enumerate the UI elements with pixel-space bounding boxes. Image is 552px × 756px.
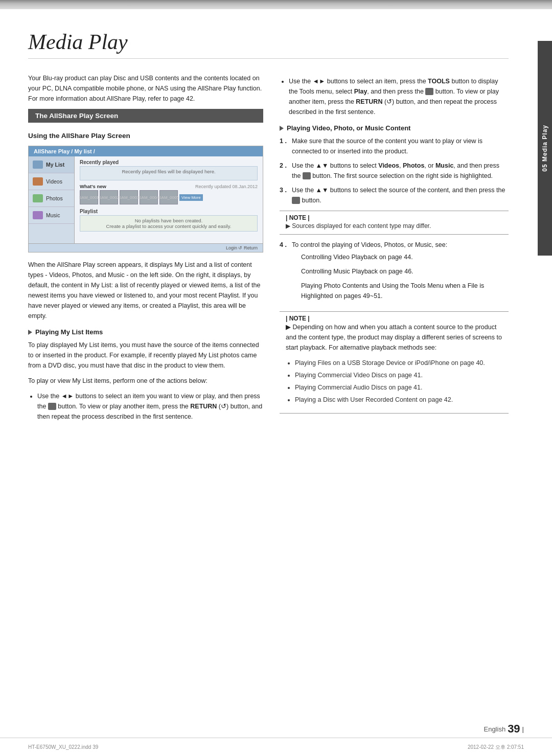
photos-icon xyxy=(33,194,43,202)
page-title: Media Play xyxy=(28,30,509,59)
footer-left: HT-E6750W_XU_0222.indd 39 xyxy=(28,744,98,750)
note1-content: ▶ Sources displayed for each content typ… xyxy=(286,221,502,231)
playing-my-list-bullets: Use the ◄► buttons to select an item you… xyxy=(37,391,263,422)
vpm-step-2: 2 . Use the ▲▼ buttons to select Videos,… xyxy=(280,161,509,181)
note2-label: | NOTE | xyxy=(286,315,310,322)
note2-bullets: Playing Files on a USB Storage Device or… xyxy=(295,358,502,405)
allshare-title-text: AllShare Play / My list / xyxy=(34,148,95,154)
footer-right: 2012-02-22 오후 2:07:51 xyxy=(468,744,524,751)
recently-played-label: Recently played xyxy=(80,159,258,165)
playlist-label: Playlist xyxy=(80,209,258,214)
vpm-steps-list: 1 . Make sure that the source of the con… xyxy=(280,136,509,205)
thumb-label-1: SAM_0001 xyxy=(79,195,99,200)
playing-vpm-heading: Playing Video, Photo, or Music Content xyxy=(280,124,509,132)
triangle-icon xyxy=(28,330,32,335)
page-container: 05 Media Play Media Play Your Blu-ray pr… xyxy=(0,0,552,756)
top-decorative-bar xyxy=(0,0,552,9)
step-num-1: 1 . xyxy=(280,136,289,156)
enter-button-icon-3 xyxy=(303,172,311,179)
step4-bullet-1: Controlling Video Playback on page 44. xyxy=(301,252,509,262)
allshare-body: My List Videos Photos xyxy=(29,156,263,243)
note2-arrow: ▶ xyxy=(286,324,292,331)
mylist-icon xyxy=(33,161,43,169)
recently-played-content: Recently played files will be displayed … xyxy=(80,166,258,180)
thumbnail-3: SAM_0003 xyxy=(120,190,138,204)
section-heading-text: The AllShare Play Screen xyxy=(35,112,118,120)
main-content: Media Play Your Blu-ray product can play… xyxy=(0,9,552,442)
whats-new-updated: Recently updated 08.Jan.2012 xyxy=(195,184,258,189)
note2-bullet-1: Playing Files on a USB Storage Device or… xyxy=(295,358,502,368)
playing-my-list-label: Playing My List Items xyxy=(35,328,103,336)
triangle-icon-2 xyxy=(280,126,284,131)
subsection-heading: Using the AllShare Play Screen xyxy=(28,132,263,140)
whats-new-header: What's new Recently updated 08.Jan.2012 xyxy=(80,184,258,189)
step-text-3: Use the ▲▼ buttons to select the source … xyxy=(292,185,509,205)
note2-bullet-4: Playing a Disc with User Recorded Conten… xyxy=(295,395,502,405)
note1-label: | NOTE | xyxy=(286,214,310,221)
side-tab-text: 05 Media Play xyxy=(541,125,548,172)
section-heading-box: The AllShare Play Screen xyxy=(28,109,263,123)
allshare-thumbnails: SAM_0001 SAM_0002 SAM_0003 SAM_0004 SAM_… xyxy=(80,190,258,204)
recently-played-section: Recently played Recently played files wi… xyxy=(80,159,258,180)
allshare-footer-text: Login ↺ Return xyxy=(226,245,258,250)
sidebar-mylist-label: My List xyxy=(46,162,64,168)
videos-icon xyxy=(33,177,43,186)
step4-list: 4 . To control the playing of Videos, Ph… xyxy=(280,240,509,306)
bottom-bar: HT-E6750W_XU_0222.indd 39 2012-02-22 오후 … xyxy=(0,738,552,756)
playlist-content: No playlists have been created. Create a… xyxy=(80,215,258,232)
sidebar-photos-label: Photos xyxy=(46,195,63,201)
playing-vpm-label: Playing Video, Photo, or Music Content xyxy=(287,124,410,132)
two-column-layout: Your Blu-ray product can play Disc and U… xyxy=(28,73,509,427)
step-num-2: 2 . xyxy=(280,161,289,181)
note2-bullet-2: Playing Commercial Video Discs on page 4… xyxy=(295,370,502,380)
enter-button-icon-1 xyxy=(48,403,56,410)
vpm-step-1: 1 . Make sure that the source of the con… xyxy=(280,136,509,156)
music-icon xyxy=(33,211,43,219)
whats-new-label: What's new xyxy=(80,184,106,189)
note1-text: Sources displayed for each content type … xyxy=(292,222,431,230)
vpm-step-3: 3 . Use the ▲▼ buttons to select the sou… xyxy=(280,185,509,205)
step4-bullet-3: Playing Photo Contents and Using the Too… xyxy=(301,281,509,301)
playing-my-list-heading: Playing My List Items xyxy=(28,328,263,336)
note1-arrow: ▶ xyxy=(286,222,292,230)
step4-bullet-2: Controlling Music Playback on page 46. xyxy=(301,266,509,277)
note-box-1: | NOTE | ▶ Sources displayed for each co… xyxy=(280,211,509,235)
note2-text: ▶ Depending on how and when you attach a… xyxy=(286,322,502,353)
page-number-word: English xyxy=(484,725,505,733)
allshare-screen: AllShare Play / My list / My List Videos xyxy=(28,146,263,253)
side-tab: 05 Media Play xyxy=(538,41,552,256)
sidebar-item-music: Music xyxy=(29,207,74,224)
allshare-main-panel: Recently played Recently played files wi… xyxy=(75,156,263,243)
thumbnail-5: SAM_0005 xyxy=(159,190,178,204)
thumbnail-1: SAM_0001 xyxy=(80,190,98,204)
thumb-label-5: SAM_0005 xyxy=(158,195,179,200)
screen-description: When the AllShare Play screen appears, i… xyxy=(28,260,263,321)
step-text-2: Use the ▲▼ buttons to select Videos, Pho… xyxy=(292,161,509,181)
my-list-bullet-1: Use the ◄► buttons to select an item you… xyxy=(37,391,263,422)
page-number-pipe: | xyxy=(522,725,524,733)
note-box-2: | NOTE | ▶ Depending on how and when you… xyxy=(280,311,509,414)
thumbnail-2: SAM_0002 xyxy=(100,190,118,204)
sidebar-videos-label: Videos xyxy=(46,178,62,185)
sidebar-music-label: Music xyxy=(46,212,60,218)
sidebar-item-mylist: My List xyxy=(29,156,74,173)
view-more-button[interactable]: View More xyxy=(179,194,203,201)
intro-paragraph: Your Blu-ray product can play Disc and U… xyxy=(28,73,263,104)
thumb-label-2: SAM_0002 xyxy=(99,195,119,200)
step4-bullets: Controlling Video Playback on page 44. C… xyxy=(301,252,509,301)
enter-button-icon-2 xyxy=(425,88,433,95)
right-column: Use the ◄► buttons to select an item, pr… xyxy=(280,73,509,427)
thumb-label-3: SAM_0003 xyxy=(119,195,139,200)
allshare-title-bar: AllShare Play / My list / xyxy=(29,146,263,156)
playlist-section: Playlist No playlists have been created.… xyxy=(80,209,258,232)
right-intro-bullet: Use the ◄► buttons to select an item, pr… xyxy=(289,76,509,117)
step-text-4: To control the playing of Videos, Photos… xyxy=(292,240,509,306)
subsection-heading-text: Using the AllShare Play Screen xyxy=(28,132,130,140)
thumb-label-4: SAM_0004 xyxy=(139,195,159,200)
playlist-create-hint: Create a playlist to access your content… xyxy=(82,223,255,229)
left-column: Your Blu-ray product can play Disc and U… xyxy=(28,73,263,427)
allshare-sidebar: My List Videos Photos xyxy=(29,156,75,243)
whats-new-section: What's new Recently updated 08.Jan.2012 … xyxy=(80,184,258,205)
sidebar-item-videos: Videos xyxy=(29,173,74,190)
playing-my-list-para1: To play displayed My List items, you mus… xyxy=(28,340,263,371)
